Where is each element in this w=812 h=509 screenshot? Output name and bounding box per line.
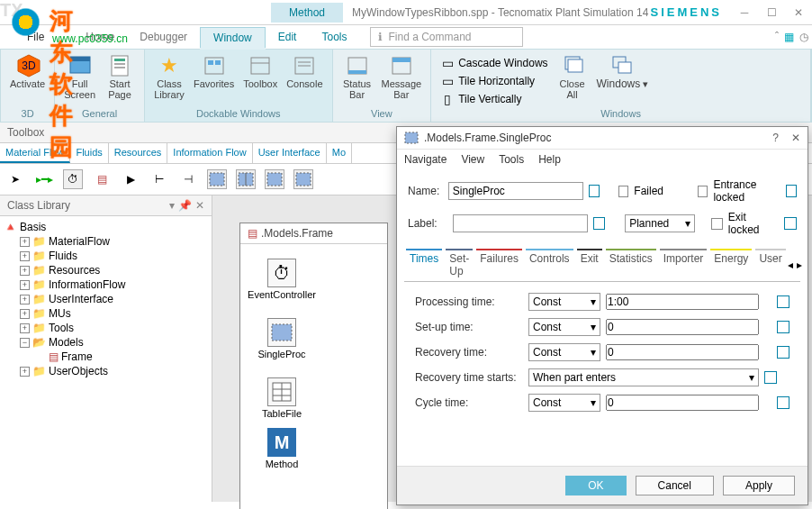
source-tool[interactable]: ▶ [121,169,140,189]
assembly-tool[interactable] [265,169,284,189]
tree-frame[interactable]: ▤Frame [36,350,208,364]
favorites-button[interactable]: Favorites [190,51,238,102]
tree-root-basis[interactable]: 🔺Basis [4,220,208,234]
tree-userinterface[interactable]: +📁UserInterface [20,292,208,306]
tab-tools[interactable]: Tools [309,27,359,47]
tile-vert-button[interactable]: ▯Tile Vertically [437,91,551,107]
tile-horiz-button[interactable]: ▭Tile Horizontally [437,73,551,89]
label-input[interactable] [453,214,588,232]
failed-checkbox[interactable] [618,186,629,197]
tree-mus[interactable]: +📁MUs [20,306,208,321]
start-page-button[interactable]: Start Page [101,51,139,102]
obj-eventcontroller[interactable]: ⏱EventController [255,259,309,300]
singleproc-tool[interactable] [207,169,227,189]
tab-material-flow[interactable]: Material Flow [0,143,70,163]
dropdown-icon[interactable]: ▾ [169,199,175,212]
menu-navigate[interactable]: Navigate [404,153,447,166]
tree-models[interactable]: −📂Models [20,335,208,350]
dlgtab-times[interactable]: Times [404,249,444,281]
toolbox-button[interactable]: Toolbox [239,51,281,102]
connector-tool[interactable]: ▸━▸ [34,169,54,189]
windows-button[interactable]: Windows ▾ [593,51,653,107]
tab-scroll-left[interactable]: ◂ [788,259,793,271]
cycle-value-input[interactable] [606,395,759,411]
dlgtab-controls[interactable]: Controls [524,249,575,281]
menu-tools[interactable]: Tools [499,153,524,166]
collapse-ribbon-icon[interactable]: ˆ [775,31,779,43]
dlgtab-failures[interactable]: Failures [474,249,524,281]
message-bar-button[interactable]: Message Bar [378,51,426,102]
close-all-button[interactable]: Close All [554,51,591,107]
label-inherit-toggle[interactable] [593,217,606,230]
apply-button[interactable]: Apply [723,476,795,495]
console-button[interactable]: Console [283,51,326,102]
dialog-close-icon[interactable]: ✕ [791,132,800,144]
tree-tools[interactable]: +📁Tools [20,321,208,335]
status-bar-button[interactable]: Status Bar [338,51,376,102]
obj-singleproc[interactable]: SingleProc [255,318,309,359]
ok-button[interactable]: OK [565,476,626,495]
entrance-checkbox[interactable] [698,186,708,197]
station-tool[interactable]: ⊣ [178,169,198,189]
dlgtab-exit[interactable]: Exit [575,249,604,281]
rec-mode-select[interactable]: Const▾ [528,343,600,361]
exit-inherit-toggle[interactable] [784,217,797,230]
dialog-help-icon[interactable]: ? [772,132,779,144]
frame-tool[interactable]: ▤ [92,169,112,189]
parallelproc-tool[interactable] [236,169,256,189]
tab-more[interactable]: Mo [327,143,352,163]
eventcontroller-tool[interactable]: ⏱ [63,169,83,189]
name-inherit-toggle[interactable] [589,185,600,197]
dlgtab-stats[interactable]: Statistics [604,249,658,281]
full-screen-button[interactable]: Full Screen [60,51,99,102]
cycle-inherit-toggle[interactable] [777,396,789,409]
maximize-button[interactable]: ☐ [758,0,785,25]
setup-value-input[interactable] [606,319,759,335]
dlgtab-user[interactable]: User [753,249,787,281]
setup-inherit-toggle[interactable] [777,321,789,333]
entrance-inherit-toggle[interactable] [786,185,797,197]
class-library-button[interactable]: ★ Class Library [150,51,188,102]
planned-select[interactable]: Planned▾ [625,214,695,232]
tab-home[interactable]: Home [73,27,127,47]
cancel-button[interactable]: Cancel [636,476,714,495]
tree-userobjects[interactable]: +📁UserObjects [20,364,208,378]
proc-mode-select[interactable]: Const▾ [528,293,600,311]
minimize-button[interactable]: ─ [731,0,758,25]
tree-fluids[interactable]: +📁Fluids [20,249,208,263]
cascade-button[interactable]: ▭Cascade Windows [437,55,551,71]
tree-resources[interactable]: +📁Resources [20,263,208,277]
drain-tool[interactable]: ⊢ [149,169,169,189]
tab-file[interactable]: File [20,27,51,47]
obj-method[interactable]: MMethod [255,428,309,469]
method-tab[interactable]: Method [271,3,343,23]
tab-ui[interactable]: User Interface [253,143,327,163]
dlgtab-importer[interactable]: Importer [658,249,709,281]
tab-fluids[interactable]: Fluids [70,143,108,163]
pin-icon[interactable]: 📌 [178,199,192,212]
dlgtab-setup[interactable]: Set-Up [444,249,474,281]
activate-3d-button[interactable]: 3D Activate [6,51,49,91]
tab-scroll-right[interactable]: ▸ [797,259,802,271]
options-icon[interactable]: ◷ [799,31,808,43]
menu-view[interactable]: View [461,153,484,166]
command-search[interactable]: ℹ Find a Command [370,27,523,47]
recstart-select[interactable]: When part enters▾ [528,368,759,386]
dlgtab-energy[interactable]: Energy [708,249,753,281]
tab-info-flow[interactable]: Information Flow [167,143,252,163]
proc-value-input[interactable] [606,294,759,310]
help-icon[interactable]: ▦ [784,31,794,43]
close-panel-icon[interactable]: ✕ [195,199,204,212]
tab-resources[interactable]: Resources [109,143,168,163]
tree-materialflow[interactable]: +📁MaterialFlow [20,234,208,249]
pointer-tool[interactable]: ➤ [5,169,25,189]
rec-inherit-toggle[interactable] [777,346,789,359]
close-button[interactable]: ✕ [785,0,812,25]
cycle-mode-select[interactable]: Const▾ [528,394,600,412]
obj-tablefile[interactable]: TableFile [255,377,309,419]
tab-window[interactable]: Window [200,27,266,48]
setup-mode-select[interactable]: Const▾ [528,318,600,336]
tab-edit[interactable]: Edit [266,27,310,47]
rec-value-input[interactable] [606,344,759,360]
proc-inherit-toggle[interactable] [777,295,789,308]
